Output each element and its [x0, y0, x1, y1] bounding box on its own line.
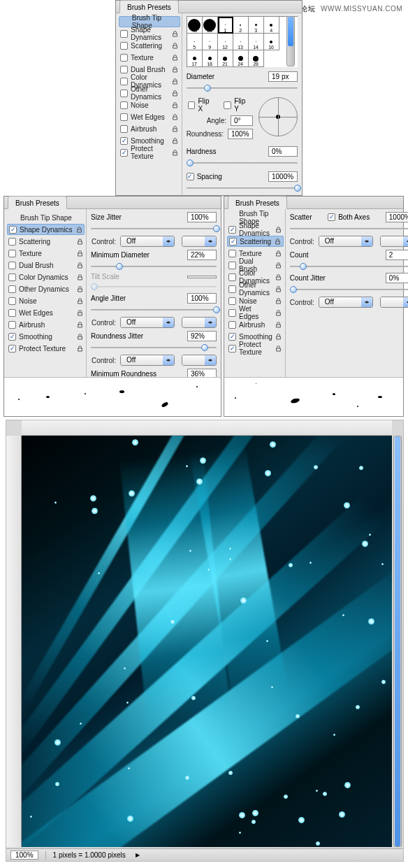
tab-brush-presets[interactable]: Brush Presets — [8, 196, 67, 209]
lock-icon[interactable] — [76, 321, 83, 328]
sidebar-item-scattering[interactable]: Scattering — [7, 236, 85, 247]
flipx-checkbox[interactable] — [188, 101, 196, 109]
lock-icon[interactable] — [172, 125, 179, 132]
checkbox[interactable] — [228, 273, 236, 281]
mindiameter-input[interactable]: 22% — [187, 250, 217, 260]
hardness-input[interactable]: 0% — [268, 146, 298, 157]
zoom-input[interactable]: 100% — [10, 851, 38, 860]
brush-preset-21[interactable]: 21 — [218, 50, 233, 67]
brush-preset-28[interactable]: 28 — [249, 50, 264, 67]
sidebar-item-protect-texture[interactable]: Protect Texture — [7, 343, 85, 354]
sidebar-item-airbrush[interactable]: Airbrush — [7, 319, 85, 330]
lock-icon[interactable] — [275, 262, 282, 269]
sidebar-item-airbrush[interactable]: Airbrush — [227, 319, 284, 330]
scatter-control-sub[interactable] — [380, 236, 408, 247]
checkbox[interactable] — [228, 250, 236, 257]
brush-preset-12[interactable]: 12 — [218, 34, 233, 50]
lock-icon[interactable] — [172, 113, 179, 120]
hardness-slider[interactable] — [187, 159, 298, 167]
diameter-slider[interactable] — [187, 84, 298, 92]
checkbox[interactable] — [120, 101, 128, 109]
lock-icon[interactable] — [76, 333, 83, 340]
brush-preset-13[interactable]: 13 — [233, 34, 249, 50]
roundjitter-input[interactable]: 92% — [187, 331, 217, 341]
lock-icon[interactable] — [172, 66, 179, 73]
checkbox[interactable] — [8, 345, 16, 353]
count-slider[interactable] — [290, 262, 408, 271]
ruler-vertical[interactable] — [6, 436, 22, 847]
brush-preset-48[interactable]: 48 — [187, 17, 203, 34]
checkbox[interactable] — [120, 78, 128, 85]
checkbox[interactable] — [228, 333, 236, 341]
sidebar-item-shape-dynamics[interactable]: Shape Dynamics — [7, 224, 85, 235]
lock-icon[interactable] — [275, 309, 282, 316]
sidebar-item-texture[interactable]: Texture — [119, 52, 180, 63]
countjitter-control-sub[interactable] — [380, 297, 408, 308]
bothaxes-checkbox[interactable] — [328, 213, 335, 221]
tab-brush-presets[interactable]: Brush Presets — [119, 0, 179, 13]
brush-preset-4[interactable]: 4 — [264, 17, 279, 34]
sidebar-item-noise[interactable]: Noise — [7, 295, 85, 306]
lock-icon[interactable] — [76, 285, 83, 292]
mindiameter-slider[interactable] — [91, 262, 217, 271]
control3-dropdown[interactable]: Off — [120, 355, 175, 366]
sizejitter-slider[interactable] — [91, 225, 217, 233]
brush-preset-9[interactable]: 9 — [203, 34, 218, 50]
sidebar-item-wet-edges[interactable]: Wet Edges — [7, 307, 85, 318]
checkbox[interactable] — [8, 333, 16, 341]
lock-icon[interactable] — [275, 321, 282, 328]
lock-icon[interactable] — [275, 238, 282, 245]
ruler-horizontal[interactable] — [22, 420, 392, 436]
checkbox[interactable] — [120, 54, 128, 62]
sidebar-item-texture[interactable]: Texture — [7, 248, 85, 259]
checkbox[interactable] — [228, 345, 236, 353]
checkbox[interactable] — [9, 226, 17, 234]
lock-icon[interactable] — [172, 54, 179, 61]
roundjitter-slider[interactable] — [91, 343, 217, 352]
spacing-slider[interactable] — [187, 184, 298, 192]
checkbox[interactable] — [8, 250, 16, 257]
brush-preset-2[interactable]: 2 — [233, 17, 249, 34]
sizejitter-input[interactable]: 100% — [187, 212, 217, 222]
lock-icon[interactable] — [172, 90, 179, 97]
lock-icon[interactable] — [275, 285, 282, 292]
roundness-input[interactable]: 100% — [228, 129, 253, 139]
checkbox[interactable] — [120, 90, 128, 97]
lock-icon[interactable] — [172, 137, 179, 144]
checkbox[interactable] — [228, 321, 236, 329]
checkbox[interactable] — [120, 137, 128, 145]
lock-icon[interactable] — [76, 297, 83, 304]
checkbox[interactable] — [120, 42, 128, 50]
control-dropdown[interactable]: Off — [120, 236, 175, 247]
lock-icon[interactable] — [275, 273, 282, 280]
checkbox[interactable] — [120, 30, 128, 38]
sidebar-item-shape-dynamics[interactable]: Shape Dynamics — [119, 28, 180, 39]
lock-icon[interactable] — [172, 101, 179, 108]
control2-dropdown[interactable]: Off — [120, 317, 175, 328]
brush-preset-14[interactable]: 14 — [249, 34, 264, 50]
lock-icon[interactable] — [275, 297, 282, 304]
count-input[interactable]: 2 — [386, 250, 408, 260]
lock-icon[interactable] — [275, 345, 282, 352]
checkbox[interactable] — [228, 285, 236, 293]
brush-preset-5[interactable]: 5 — [187, 34, 203, 50]
sidebar-item-scattering[interactable]: Scattering — [227, 236, 284, 247]
lock-icon[interactable] — [275, 250, 282, 257]
checkbox[interactable] — [229, 238, 237, 246]
lock-icon[interactable] — [172, 30, 179, 37]
brush-grid[interactable]: 4860123459121314161718212428 — [187, 16, 298, 67]
checkbox[interactable] — [228, 309, 236, 317]
canvas-viewport[interactable] — [22, 436, 392, 847]
lock-icon[interactable] — [172, 149, 179, 156]
checkbox[interactable] — [8, 262, 16, 269]
lock-icon[interactable] — [275, 333, 282, 340]
lock-icon[interactable] — [75, 226, 82, 233]
checkbox[interactable] — [120, 66, 128, 73]
canvas-scrollbar-v[interactable] — [393, 436, 402, 847]
countjitter-input[interactable]: 0% — [386, 273, 408, 283]
control3-sub-dropdown[interactable] — [182, 355, 217, 366]
checkbox[interactable] — [228, 262, 236, 269]
checkbox[interactable] — [8, 238, 16, 246]
scatter-control-dropdown[interactable]: Off — [319, 236, 373, 247]
checkbox[interactable] — [8, 285, 16, 293]
